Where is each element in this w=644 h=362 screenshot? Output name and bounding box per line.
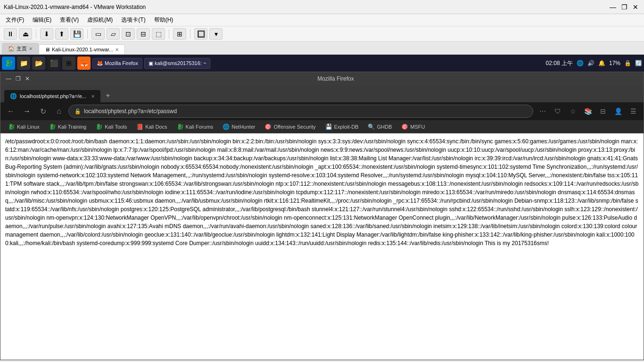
network-icon: 🌐 bbox=[577, 60, 584, 66]
vmware-window-controls: — ❐ ✕ bbox=[608, 2, 640, 12]
msfu-bookmark-icon: 🎯 bbox=[401, 123, 408, 130]
kali-docs-bookmark-icon: 📕 bbox=[136, 123, 143, 130]
firefox-tabbar: 🌐 localhost/phptest.php?a=/e... ✕ + bbox=[0, 85, 644, 102]
kali-terminal-taskbar-btn[interactable]: ▣ kali@sms20175316: ~ bbox=[144, 58, 210, 69]
kali-taskbar: 🐉 📁 📂 ⬛ ⊞ 🦊 🦊 Mozilla Firefox ▣ kali@sms… bbox=[0, 55, 644, 72]
bookmark-kali-docs[interactable]: 📕 Kali Docs bbox=[132, 123, 171, 131]
vmware-status-bar: 要返回到您的计算机，请待鼠标指针从虚拟机中移出或按 Ctrl+Alt。 bbox=[0, 360, 644, 362]
vm-icon: 🖥 bbox=[45, 47, 50, 52]
library-btn[interactable]: 📚 bbox=[581, 105, 594, 118]
toolbar-btn7[interactable]: ▱ bbox=[107, 28, 120, 40]
bookmark-kali-docs-label: Kali Docs bbox=[145, 124, 167, 130]
toolbar-btn13[interactable]: ▾ bbox=[209, 28, 223, 40]
url-bar[interactable]: 🔓 localhost/phptest.php?a=/etc/passwd bbox=[68, 105, 533, 118]
battery-display: 17% bbox=[609, 60, 620, 66]
toolbar-separator-4 bbox=[190, 29, 190, 39]
bookmark-kali-training[interactable]: 🐉 Kali Training bbox=[45, 123, 91, 131]
back-btn[interactable]: ← bbox=[4, 105, 17, 118]
bookmark-kali-forums[interactable]: 🐉 Kali Forums bbox=[173, 123, 217, 131]
menu-file[interactable]: 文件(F) bbox=[2, 15, 28, 25]
bookmark-msfu[interactable]: 🎯 MSFU bbox=[397, 123, 429, 131]
sync-btn[interactable]: 👤 bbox=[611, 105, 625, 118]
bookmark-kali-tools[interactable]: 🐉 Kali Tools bbox=[92, 123, 131, 131]
firefox-close-btn[interactable]: ✕ bbox=[23, 74, 32, 83]
menu-help[interactable]: 帮助(H) bbox=[150, 15, 177, 25]
vmware-title: Kali-Linux-2020.1-vmware-amd64 - VMware … bbox=[4, 4, 146, 10]
bookmark-kali-training-label: Kali Training bbox=[58, 124, 87, 130]
firefox-maximize-btn[interactable]: ❐ bbox=[14, 74, 22, 83]
toolbar-pause-btn[interactable]: ⏸ bbox=[4, 28, 17, 40]
reload-btn[interactable]: ↻ bbox=[36, 105, 50, 118]
bookmarks-bar: 🐉 Kali Linux 🐉 Kali Training 🐉 Kali Tool… bbox=[0, 120, 644, 133]
more-btn[interactable]: ⋯ bbox=[536, 105, 549, 118]
bookmark-nethunter[interactable]: 🌐 NetHunter bbox=[219, 123, 259, 131]
vmware-tabbar: 🏠 主页 ✕ 🖥 Kali-Linux-2020.1-vmwar... ✕ bbox=[0, 41, 644, 55]
kali-linux-bookmark-icon: 🐉 bbox=[8, 123, 15, 130]
bookmark-ghdb[interactable]: 🔍 GHDB bbox=[364, 123, 396, 131]
vmware-titlebar: Kali-Linux-2020.1-vmware-amd64 - VMware … bbox=[0, 0, 644, 14]
bookmark-offensive-security[interactable]: 🎯 Offensive Security bbox=[261, 123, 319, 131]
kali-files-icon2[interactable]: 📂 bbox=[32, 57, 45, 70]
address-bar: ← → ↻ ⌂ 🔓 localhost/phptest.php?a=/etc/p… bbox=[0, 102, 644, 120]
toolbar-btn8[interactable]: ⊡ bbox=[122, 28, 135, 40]
shield-btn[interactable]: 🛡 bbox=[551, 105, 564, 118]
firefox-title: Mozilla Firefox bbox=[32, 75, 640, 82]
toolbar-btn2[interactable]: ⏏ bbox=[19, 28, 32, 40]
vmware-minimize-btn[interactable]: — bbox=[608, 2, 618, 12]
lock-icon: 🔓 bbox=[74, 108, 81, 115]
menu-hamburger-btn[interactable]: ☰ bbox=[627, 105, 640, 118]
bookmark-kali-linux[interactable]: 🐉 Kali Linux bbox=[4, 123, 43, 131]
kali-firefox-taskbar-btn[interactable]: 🦊 Mozilla Firefox bbox=[92, 58, 142, 69]
toolbar-btn6[interactable]: ▭ bbox=[91, 28, 105, 40]
toolbar-btn11[interactable]: ⊞ bbox=[173, 28, 186, 40]
bookmark-exploit-db[interactable]: 💾 Exploit-DB bbox=[322, 123, 363, 131]
vmware-tab-home-label: 主页 bbox=[17, 45, 27, 52]
toolbar-btn9[interactable]: ⊟ bbox=[137, 28, 150, 40]
tab-close-btn[interactable]: ✕ bbox=[91, 94, 95, 99]
new-tab-btn[interactable]: + bbox=[101, 89, 115, 102]
notification-icon: 🔔 bbox=[598, 60, 605, 66]
vmware-close-btn[interactable]: ✕ bbox=[631, 2, 640, 12]
bookmark-ghdb-label: GHDB bbox=[377, 124, 392, 130]
vmware-tab-vm-label: Kali-Linux-2020.1-vmwar... bbox=[52, 47, 113, 52]
menu-tabs[interactable]: 选项卡(T) bbox=[117, 15, 149, 25]
kali-apps-icon[interactable]: ⊞ bbox=[62, 57, 75, 70]
menu-edit[interactable]: 编辑(E) bbox=[29, 15, 55, 25]
vmware-tab-home[interactable]: 🏠 主页 ✕ bbox=[2, 43, 39, 54]
clock-display: 02:08 上午 bbox=[546, 59, 573, 67]
firefox-active-tab[interactable]: 🌐 localhost/phptest.php?a=/e... ✕ bbox=[4, 90, 100, 102]
toolbar-separator-1 bbox=[36, 29, 36, 39]
vmware-tab-home-close[interactable]: ✕ bbox=[29, 46, 33, 51]
kali-files-icon[interactable]: 📁 bbox=[17, 57, 30, 70]
kali-firefox-icon[interactable]: 🦊 bbox=[77, 57, 91, 70]
toolbar-separator-2 bbox=[87, 29, 88, 39]
terminal-taskbar-icon: ▣ bbox=[149, 60, 153, 66]
toolbar-btn3[interactable]: ⬇ bbox=[40, 28, 53, 40]
bookmark-kali-linux-label: Kali Linux bbox=[17, 124, 40, 130]
toolbar-btn10[interactable]: ⬚ bbox=[152, 28, 165, 40]
bookmark-star-btn[interactable]: ☆ bbox=[566, 105, 579, 118]
vmware-tab-vm[interactable]: 🖥 Kali-Linux-2020.1-vmwar... ✕ bbox=[39, 44, 125, 54]
firefox-minimize-btn[interactable]: — bbox=[4, 74, 13, 83]
terminal-taskbar-label: kali@sms20175316: ~ bbox=[155, 60, 206, 66]
forward-btn[interactable]: → bbox=[20, 105, 33, 118]
sidebar-btn[interactable]: ⊟ bbox=[596, 105, 610, 118]
vmware-tab-vm-close[interactable]: ✕ bbox=[115, 47, 119, 52]
menu-vm[interactable]: 虚拟机(M) bbox=[83, 15, 116, 25]
kali-dragon-icon[interactable]: 🐉 bbox=[2, 57, 15, 70]
kali-terminal-icon[interactable]: ⬛ bbox=[47, 57, 60, 70]
toolbar-btn12[interactable]: 🔲 bbox=[194, 28, 207, 40]
ghdb-bookmark-icon: 🔍 bbox=[368, 123, 375, 130]
url-text: localhost/phptest.php?a=/etc/passwd bbox=[84, 108, 527, 115]
menu-view[interactable]: 查看(V) bbox=[56, 15, 83, 25]
home-btn[interactable]: ⌂ bbox=[52, 105, 66, 118]
toolbar-btn5[interactable]: 💾 bbox=[70, 28, 83, 40]
bookmark-kali-tools-label: Kali Tools bbox=[105, 124, 127, 130]
offensive-security-bookmark-icon: 🎯 bbox=[264, 123, 272, 130]
vmware-maximize-btn[interactable]: ❐ bbox=[619, 2, 629, 12]
firefox-win-controls: — ❐ ✕ bbox=[4, 74, 32, 83]
vmware-menubar: 文件(F) 编辑(E) 查看(V) 虚拟机(M) 选项卡(T) 帮助(H) bbox=[0, 14, 644, 26]
firefox-taskbar-label: Mozilla Firefox bbox=[105, 60, 138, 66]
nethunter-bookmark-icon: 🌐 bbox=[223, 123, 230, 130]
toolbar-btn4[interactable]: ⬆ bbox=[55, 28, 68, 40]
